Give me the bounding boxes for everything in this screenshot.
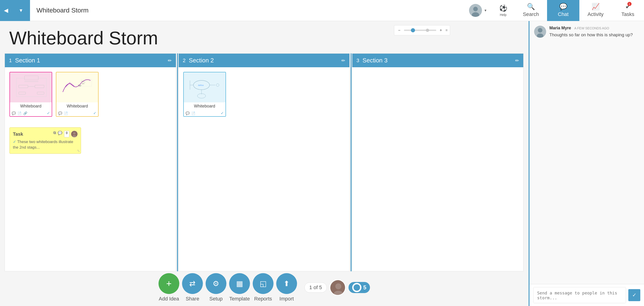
reports-button[interactable]: ◱ Reports — [253, 273, 274, 302]
zoom-thumb-secondary — [426, 29, 429, 32]
task-resize-handle[interactable]: ⤡ — [77, 149, 80, 152]
section-3-title: Section 3 — [363, 57, 515, 64]
help-icon: ⚽ — [499, 5, 507, 12]
tasks-label: Tasks — [622, 11, 634, 17]
section-divider-2 — [350, 53, 352, 271]
wb-check-icon-3[interactable]: ✓ — [221, 111, 224, 115]
svg-rect-10 — [37, 92, 44, 94]
online-toggle[interactable]: 5 — [348, 282, 370, 293]
section-1-edit-icon[interactable]: ✏ — [168, 58, 172, 63]
search-tab[interactable]: 🔍 Search — [515, 0, 547, 21]
task-card: Task ⧉ 💬 0 — [10, 127, 81, 154]
section-2-edit-icon[interactable]: ✏ — [342, 58, 345, 63]
chat-tab[interactable]: 💬 Chat — [547, 0, 579, 21]
setup-button[interactable]: ⚙ Setup — [206, 273, 226, 302]
user-avatar-area[interactable]: ▼ — [464, 4, 492, 17]
canvas-area: Whiteboard Storm − + ≡ 1 Section 1 ✏ — [0, 21, 528, 306]
setup-label: Setup — [209, 296, 223, 302]
wb-check-icon-2[interactable]: ✓ — [93, 111, 96, 115]
section-1: 1 Section 1 ✏ — [4, 53, 176, 271]
chat-content-1: Maria Myre A FEW SECONDS AGO Thoughts so… — [549, 26, 633, 38]
zoom-out-button[interactable]: − — [396, 28, 402, 33]
zoom-in-button[interactable]: + — [438, 28, 444, 33]
wb-actions-3: 💬 📄 ✓ — [184, 110, 226, 116]
tasks-tab[interactable]: ✔ 1 Tasks — [612, 0, 644, 21]
wb-file-icon-2[interactable]: 📄 — [64, 111, 68, 115]
wb-link-icon[interactable]: 🔗 — [23, 111, 27, 115]
chat-input[interactable] — [533, 287, 626, 303]
section-3-header: 3 Section 3 ✏ — [352, 54, 523, 67]
share-icon: ⇄ — [182, 273, 203, 294]
task-comment-icon[interactable]: 💬 — [58, 131, 62, 137]
main-layout: Whiteboard Storm − + ≡ 1 Section 1 ✏ — [0, 21, 644, 306]
section-2-number: 2 — [183, 58, 186, 64]
wb-preview-pink — [10, 72, 52, 102]
toggle-circle — [352, 283, 362, 292]
svg-text:text: text — [82, 80, 84, 82]
template-button[interactable]: ▦ Template — [229, 273, 250, 302]
user-avatar — [469, 4, 482, 17]
zoom-toolbar: − + ≡ — [394, 25, 450, 35]
task-title: Task — [13, 131, 23, 137]
section-3-body — [352, 67, 523, 271]
svg-rect-7 — [35, 85, 44, 88]
chat-user-name: Maria Myre — [549, 26, 571, 31]
section-2-header: 2 Section 2 ✏ — [179, 54, 350, 67]
section-3-number: 3 — [356, 58, 359, 64]
section-2: 2 Section 2 ✏ define — [178, 53, 350, 271]
share-label: Share — [186, 296, 199, 302]
send-icon: ✓ — [632, 292, 636, 298]
whiteboard-card-3[interactable]: define Whiteboard 💬 — [183, 72, 226, 117]
wb-comment-icon-2[interactable]: 💬 — [58, 111, 62, 115]
share-button[interactable]: ⇄ Share — [182, 273, 203, 302]
chat-label: Chat — [558, 11, 568, 17]
add-idea-button[interactable]: + Add Idea — [158, 273, 179, 302]
activity-icon: 📈 — [592, 3, 600, 11]
wb-file-icon-3[interactable]: 📄 — [191, 111, 195, 115]
activity-tab[interactable]: 📈 Activity — [579, 0, 612, 21]
wb-label-2: Whiteboard — [56, 102, 98, 110]
wb-actions-2: 💬 📄 ✓ — [56, 110, 98, 116]
wb-preview-yellow: Typ — text text — [56, 72, 98, 102]
section-3-edit-icon[interactable]: ✏ — [515, 58, 519, 63]
task-check-icon: ✓ — [13, 139, 16, 144]
help-button[interactable]: ⚽ Help — [492, 0, 515, 21]
zoom-thumb-primary — [411, 28, 415, 32]
chat-send-button[interactable]: ✓ — [628, 289, 640, 301]
back-button[interactable]: ◀ — [0, 0, 12, 21]
chat-timestamp: A FEW SECONDS AGO — [574, 26, 609, 30]
reports-label: Reports — [254, 296, 272, 302]
whiteboard-card-1[interactable]: Whiteboard 💬 📄 🔗 ✓ — [10, 72, 52, 117]
wb-actions-1: 💬 📄 🔗 ✓ — [10, 110, 52, 116]
bottom-toolbar: + Add Idea ⇄ Share ⚙ Setup — [158, 273, 370, 302]
align-icon[interactable]: ≡ — [446, 28, 448, 32]
task-layers-icon[interactable]: ⧉ — [53, 131, 56, 137]
section-1-header: 1 Section 1 ✏ — [5, 54, 176, 67]
svg-rect-3 — [16, 78, 46, 97]
nav-title: Whiteboard Storm — [30, 7, 464, 14]
section-1-title: Section 1 — [15, 57, 168, 64]
task-avatar — [71, 131, 78, 137]
wb-file-icon[interactable]: 📄 — [18, 111, 22, 115]
tasks-icon: ✔ 1 — [625, 3, 630, 11]
setup-icon: ⚙ — [206, 273, 226, 294]
wb-comment-icon[interactable]: 💬 — [12, 111, 16, 115]
add-idea-label: Add Idea — [159, 296, 179, 302]
sections-container: 1 Section 1 ✏ — [0, 53, 528, 271]
zoom-slider[interactable] — [404, 30, 436, 31]
wb-preview-blue: define — [184, 72, 226, 102]
svg-rect-4 — [24, 76, 38, 80]
import-label: Import — [280, 296, 294, 302]
whiteboard-card-2[interactable]: Typ — text text Whiteboard 💬 📄 ✓ — [56, 72, 98, 117]
task-count-badge: 0 — [64, 131, 69, 137]
wb-comment-icon-3[interactable]: 💬 — [186, 111, 190, 115]
chat-message-1: Maria Myre A FEW SECONDS AGO Thoughts so… — [534, 26, 640, 38]
task-text: ✓ These two whiteboards illustrate the 2… — [13, 139, 78, 150]
dropdown-button[interactable]: ▼ — [12, 0, 30, 21]
chat-input-area: ✓ — [530, 284, 644, 306]
tasks-badge: 1 — [628, 2, 632, 6]
wb-check-icon[interactable]: ✓ — [47, 111, 50, 115]
task-card-header: Task ⧉ 💬 0 — [13, 131, 78, 137]
add-idea-icon: + — [158, 273, 179, 294]
import-button[interactable]: ⬆ Import — [276, 273, 297, 302]
